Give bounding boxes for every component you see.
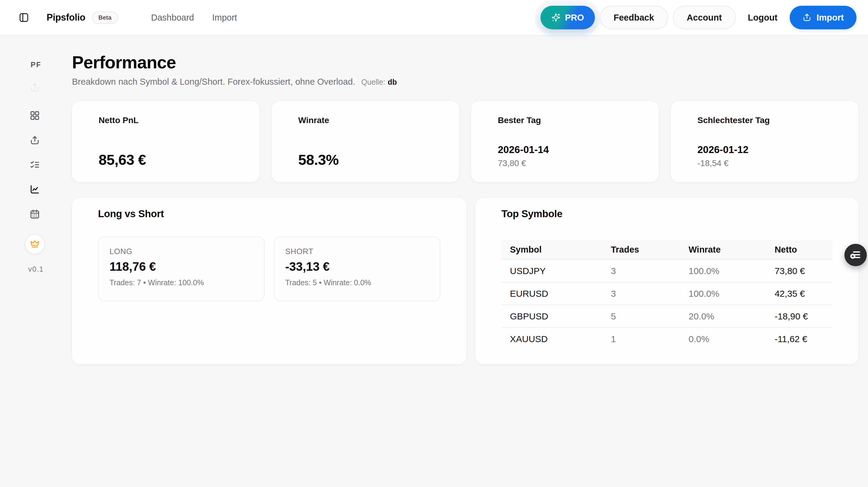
column-header-netto: Netto (766, 240, 832, 260)
stat-value: 58.3% (298, 152, 433, 168)
cell-netto: 42,35 € (766, 282, 832, 305)
source-label: Quelle: (362, 78, 385, 87)
top-symbols-table: Symbol Trades Winrate Netto USDJPY 3 100… (501, 240, 832, 350)
stat-date: 2026-01-14 (498, 144, 632, 155)
crown-icon (30, 239, 40, 249)
sidebar-item-performance[interactable] (27, 181, 43, 197)
sparkles-icon (551, 13, 560, 22)
sidebar-item-dashboard[interactable] (27, 108, 43, 124)
stat-sub-value: 73,80 € (498, 158, 632, 168)
source-value: db (388, 78, 397, 87)
stats-row: Netto PnL 85,63 € Winrate 58.3% Bester T… (72, 101, 858, 182)
sidebar-item-import[interactable] (27, 132, 43, 149)
cell-trades: 1 (602, 328, 680, 350)
table-row: GBPUSD 5 20.0% -18,90 € (501, 305, 832, 328)
column-header-winrate: Winrate (680, 240, 766, 260)
upload-icon (802, 13, 811, 22)
direction-label: SHORT (285, 247, 429, 256)
pro-label: PRO (565, 13, 584, 23)
cell-winrate: 20.0% (680, 305, 766, 328)
app-brand: Pipsfolio (46, 12, 85, 23)
table-row: EURUSD 3 100.0% 42,35 € (501, 282, 832, 305)
sidebar-logo: PF (0, 61, 72, 69)
import-label: Import (816, 13, 844, 23)
stat-label: Winrate (298, 116, 433, 125)
sidebar-toggle-button[interactable] (16, 9, 32, 26)
sidebar: PF (0, 36, 72, 487)
direction-meta: Trades: 7 • Winrate: 100.0% (110, 278, 253, 287)
checklist-icon (30, 159, 40, 170)
page-title: Performance (72, 53, 858, 72)
stat-label: Netto PnL (99, 116, 233, 125)
panel-title: Long vs Short (98, 208, 440, 220)
cell-winrate: 0.0% (680, 328, 766, 350)
sidebar-item-trades[interactable] (27, 156, 43, 173)
direction-meta: Trades: 5 • Winrate: 0.0% (285, 278, 429, 287)
stat-value: 85,63 € (99, 152, 233, 168)
app-version: v0.1 (0, 265, 72, 273)
cell-winrate: 100.0% (680, 282, 766, 305)
cell-netto: -18,90 € (766, 305, 832, 328)
table-header-row: Symbol Trades Winrate Netto (501, 240, 832, 260)
calendar-icon (30, 209, 40, 219)
cell-trades: 3 (602, 260, 680, 282)
top-nav: Dashboard Import (151, 13, 237, 23)
beta-badge: Beta (92, 11, 118, 24)
cell-netto: -11,62 € (766, 328, 832, 350)
long-vs-short-card: Long vs Short LONG 118,76 € Trades: 7 • … (72, 198, 466, 364)
column-header-trades: Trades (602, 240, 680, 260)
line-chart-icon (30, 184, 40, 194)
page-subtitle: Breakdown nach Symbol & Long/Short. Fore… (72, 75, 355, 88)
cell-symbol: GBPUSD (501, 305, 602, 328)
import-button[interactable]: Import (790, 6, 857, 29)
feedback-button[interactable]: Feedback (600, 6, 668, 29)
sidebar-item-calendar[interactable] (27, 206, 43, 222)
playlist-icon (849, 249, 862, 261)
column-header-symbol: Symbol (501, 240, 602, 260)
stat-card-worst-day: Schlechtester Tag 2026-01-12 -18,54 € (671, 101, 858, 182)
stat-date: 2026-01-12 (698, 144, 832, 155)
direction-pnl: 118,76 € (110, 260, 253, 273)
panel-title: Top Symbole (501, 208, 832, 220)
account-button[interactable]: Account (673, 6, 736, 29)
cell-netto: 73,80 € (766, 260, 832, 282)
top-symbols-card: Top Symbole Symbol Trades Winrate Netto … (475, 198, 858, 364)
cell-symbol: USDJPY (501, 260, 602, 282)
ghost-upload-icon (27, 79, 43, 96)
long-summary-box: LONG 118,76 € Trades: 7 • Winrate: 100.0… (98, 237, 265, 301)
table-row: XAUUSD 1 0.0% -11,62 € (501, 328, 832, 350)
floating-widget-button[interactable] (844, 244, 867, 266)
detail-row: Long vs Short LONG 118,76 € Trades: 7 • … (72, 198, 858, 364)
dashboard-grid-icon (30, 111, 40, 121)
short-summary-box: SHORT -33,13 € Trades: 5 • Winrate: 0.0% (274, 237, 440, 301)
cell-trades: 3 (602, 282, 680, 305)
stat-label: Schlechtester Tag (698, 116, 832, 125)
nav-import[interactable]: Import (212, 13, 237, 23)
cell-trades: 5 (602, 305, 680, 328)
nav-dashboard[interactable]: Dashboard (151, 13, 194, 23)
direction-pnl: -33,13 € (285, 260, 429, 273)
direction-label: LONG (110, 247, 253, 256)
top-header: Pipsfolio Beta Dashboard Import PRO Feed… (0, 0, 868, 36)
cell-winrate: 100.0% (680, 260, 766, 282)
panel-left-icon (19, 12, 29, 23)
logout-button[interactable]: Logout (741, 6, 785, 29)
sidebar-pro-crown-button[interactable] (25, 234, 45, 254)
table-row: USDJPY 3 100.0% 73,80 € (501, 260, 832, 282)
main-content: Performance Breakdown nach Symbol & Long… (72, 36, 858, 364)
upload-icon (30, 135, 40, 146)
stat-card-netto-pnl: Netto PnL 85,63 € (72, 101, 259, 182)
stat-sub-value: -18,54 € (698, 158, 832, 168)
stat-card-best-day: Bester Tag 2026-01-14 73,80 € (471, 101, 659, 182)
stat-label: Bester Tag (498, 116, 632, 125)
stat-card-winrate: Winrate 58.3% (272, 101, 459, 182)
pro-upgrade-button[interactable]: PRO (540, 6, 595, 29)
cell-symbol: EURUSD (501, 282, 602, 305)
cell-symbol: XAUUSD (501, 328, 602, 350)
